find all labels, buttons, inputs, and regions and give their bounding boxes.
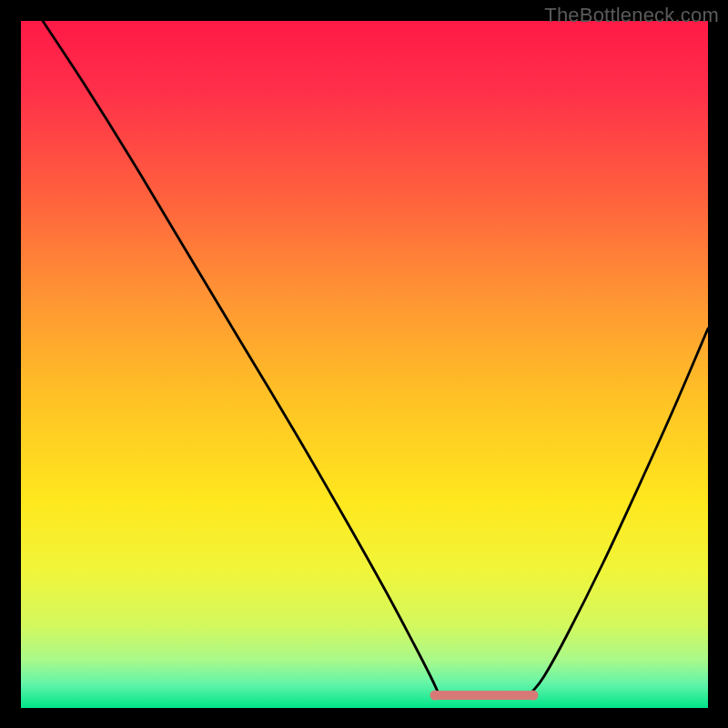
chart-frame: TheBottleneck.com: [0, 0, 728, 728]
plot-svg: [21, 21, 708, 708]
optimal-flat-cap-right: [529, 691, 539, 701]
plot-area: [21, 21, 708, 708]
watermark-text: TheBottleneck.com: [544, 4, 719, 27]
optimal-flat-cap-left: [430, 691, 440, 701]
gradient-background: [21, 21, 708, 708]
